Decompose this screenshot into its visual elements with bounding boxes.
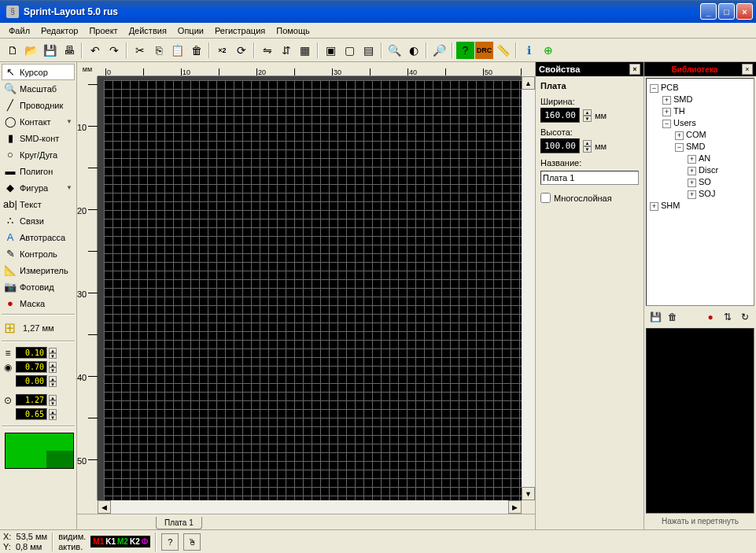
lib-delete-icon[interactable]: 🗑: [665, 309, 680, 325]
tree-node-shm[interactable]: +SHM: [650, 200, 750, 212]
expand-icon[interactable]: +: [688, 190, 696, 199]
pcb-viewport[interactable]: [98, 76, 522, 500]
library-tree[interactable]: −PCB+SMD+TH−Users+COM−SMD+AN+Discr+SO+SO…: [646, 78, 754, 306]
polygon-tool[interactable]: ▬Полигон: [2, 163, 75, 179]
board-name-input[interactable]: [540, 171, 639, 185]
tree-node-smd[interactable]: +SMD: [662, 94, 750, 105]
mirror-h-icon[interactable]: ⇋: [258, 42, 276, 59]
tree-node-smd[interactable]: −SMD: [675, 141, 750, 153]
photoview-tool[interactable]: 📷Фотовид: [2, 278, 75, 295]
expand-icon[interactable]: +: [650, 202, 658, 211]
lib-refresh-icon[interactable]: ↻: [737, 309, 753, 325]
tree-node-th[interactable]: +TH: [662, 105, 750, 117]
scan-icon[interactable]: 🔎: [430, 42, 448, 59]
open-icon[interactable]: 📂: [22, 42, 40, 59]
tree-node-discr[interactable]: +Discr: [688, 164, 750, 176]
duplicate-icon[interactable]: ×2: [213, 42, 231, 59]
tree-node-com[interactable]: +COM: [675, 129, 750, 141]
text-tool[interactable]: ab|Текст: [2, 196, 75, 212]
layer-preview[interactable]: [5, 433, 74, 469]
menu-опции[interactable]: Опции: [172, 24, 209, 37]
cursor-tool[interactable]: ↖Курсор: [2, 64, 75, 80]
print-icon[interactable]: 🖶: [60, 42, 78, 59]
inspect-tool[interactable]: ✎Контроль: [2, 245, 75, 262]
horizontal-scrollbar[interactable]: ◀ ▶: [98, 500, 522, 514]
layer-k1[interactable]: K1: [105, 537, 116, 546]
collapse-icon[interactable]: −: [675, 143, 684, 152]
menu-редактор[interactable]: Редактор: [35, 24, 83, 37]
lib-record-icon[interactable]: ●: [703, 309, 718, 325]
board-tab-1[interactable]: Плата 1: [156, 517, 202, 529]
save-icon[interactable]: 💾: [41, 42, 59, 59]
expand-icon[interactable]: +: [688, 179, 696, 187]
menu-проект[interactable]: Проект: [83, 24, 123, 37]
delete-icon[interactable]: 🗑: [187, 42, 205, 59]
pad-outer-param[interactable]: ◉ 0.70 ▲▼: [2, 360, 75, 374]
drc-icon[interactable]: DRC: [475, 42, 493, 59]
close-button[interactable]: ×: [736, 3, 753, 20]
smd-tool[interactable]: ▮SMD-конт: [2, 130, 75, 146]
copy-icon[interactable]: ⎘: [149, 42, 168, 59]
tree-node-soj[interactable]: +SOJ: [688, 188, 750, 200]
measure-tool-icon[interactable]: 📏: [494, 42, 512, 59]
maximize-button[interactable]: □: [718, 3, 735, 20]
help-icon[interactable]: ?: [456, 42, 474, 59]
align-icon[interactable]: ▦: [296, 42, 314, 59]
layer-ф[interactable]: Ф: [142, 537, 149, 546]
scroll-right-button[interactable]: ▶: [508, 500, 522, 514]
layer-k2[interactable]: K2: [130, 537, 140, 546]
zoom-tool[interactable]: 🔍Масштаб: [2, 80, 75, 97]
spinner[interactable]: ▲▼: [49, 376, 57, 387]
component-icon[interactable]: ⊕: [539, 42, 557, 59]
board-height-input[interactable]: 100.00: [540, 138, 580, 153]
expand-icon[interactable]: +: [688, 167, 696, 175]
layer-m1[interactable]: M1: [93, 537, 104, 546]
status-tool-button[interactable]: 🖱: [183, 533, 201, 551]
spinner[interactable]: ▲▼: [49, 362, 57, 373]
connection-tool[interactable]: ∴Связи: [2, 212, 75, 229]
pcb-board[interactable]: [104, 80, 522, 500]
via-a-param[interactable]: ⊙ 1.27 ▲▼: [2, 393, 75, 407]
autoroute-tool[interactable]: AАвтотрасса: [2, 229, 75, 245]
undo-icon[interactable]: ↶: [86, 42, 104, 59]
expand-icon[interactable]: +: [688, 155, 696, 164]
spinner[interactable]: ▲▼: [583, 109, 592, 122]
spinner[interactable]: ▲▼: [583, 140, 592, 153]
menu-действия[interactable]: Действия: [124, 24, 172, 37]
via-b-param[interactable]: 0.65 ▲▼: [2, 407, 75, 421]
tree-node-an[interactable]: +AN: [688, 153, 750, 164]
ungroup-icon[interactable]: ▢: [341, 42, 359, 59]
contrast-icon[interactable]: ◐: [404, 42, 422, 59]
properties-close-button[interactable]: ×: [629, 64, 640, 75]
menu-помощь[interactable]: Помощь: [271, 24, 315, 37]
track-width-param[interactable]: ≡ 0.10 ▲▼: [2, 346, 75, 359]
scroll-left-button[interactable]: ◀: [98, 500, 111, 514]
track-tool[interactable]: ╱Проводник: [2, 97, 75, 113]
rotate-icon[interactable]: ⟳: [232, 42, 250, 59]
redo-icon[interactable]: ↷: [105, 42, 123, 59]
scroll-down-button[interactable]: ▼: [522, 487, 535, 500]
lib-save-icon[interactable]: 💾: [647, 309, 663, 325]
spinner[interactable]: ▲▼: [49, 395, 57, 406]
board-width-input[interactable]: 160.00: [540, 108, 580, 123]
group-icon[interactable]: ▣: [322, 42, 340, 59]
paste-icon[interactable]: 📋: [168, 42, 186, 59]
pad-inner-param[interactable]: 0.00 ▲▼: [2, 374, 75, 388]
minimize-button[interactable]: _: [700, 3, 717, 20]
collapse-icon[interactable]: −: [662, 120, 671, 128]
grid-setting[interactable]: ⊞ 1,27 мм: [2, 318, 75, 338]
info-icon[interactable]: ℹ: [520, 42, 538, 59]
tree-node-users[interactable]: −Users: [662, 117, 750, 129]
circle-tool[interactable]: ○Круг/Дуга: [2, 146, 75, 163]
new-icon[interactable]: 🗋: [3, 42, 21, 59]
zoom-icon[interactable]: 🔍: [385, 42, 404, 59]
expand-icon[interactable]: +: [675, 131, 684, 140]
tree-node-so[interactable]: +SO: [688, 176, 750, 188]
expand-icon[interactable]: +: [662, 96, 671, 105]
tile-icon[interactable]: ▤: [360, 42, 378, 59]
cut-icon[interactable]: ✂: [131, 42, 149, 59]
layer-indicator[interactable]: M1K1M2K2Ф: [90, 536, 150, 547]
multilayer-checkbox[interactable]: [540, 193, 551, 203]
menu-файл[interactable]: Файл: [3, 24, 35, 37]
spinner[interactable]: ▲▼: [49, 348, 57, 359]
